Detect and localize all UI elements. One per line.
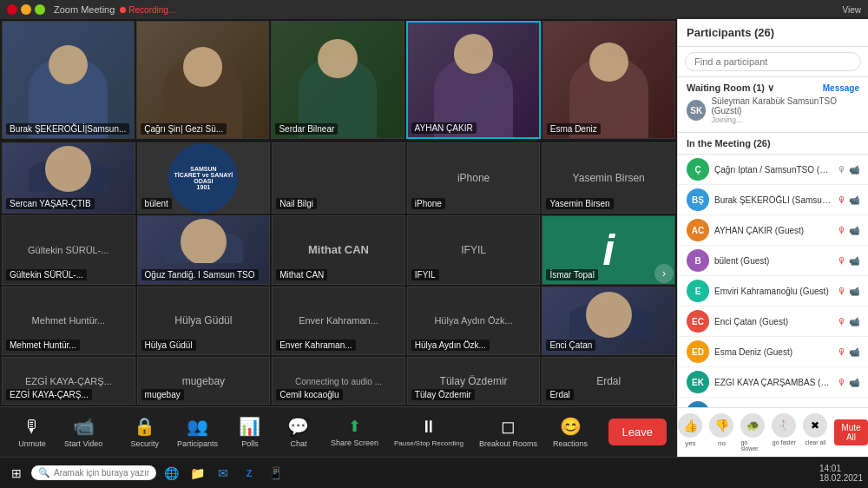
share-screen-button[interactable]: ⬆ Share Screen	[326, 413, 384, 451]
yes-btn[interactable]: 👍 yes	[678, 413, 702, 452]
pause-recording-label: Pause/Stop Recording	[394, 439, 464, 447]
grid-cell-tulay[interactable]: Tülay Özdemir Tülay Özdemir	[407, 357, 541, 405]
toolbar-left: 🎙 Unmute 📹 Start Video	[10, 412, 108, 452]
reactions-label: Reactions	[553, 439, 588, 448]
grid-cell-ifyil[interactable]: IFYIL IFYIL	[407, 215, 541, 285]
breakout-rooms-button[interactable]: ◻ Breakout Rooms	[474, 412, 542, 452]
polls-icon: 📊	[239, 416, 260, 437]
participant-row-0[interactable]: Ç Çağrı İptan / SamsunTSO (Co-host, me) …	[678, 155, 868, 185]
connecting-label: Connecting to audio ...	[295, 377, 382, 386]
search-box	[678, 47, 868, 77]
security-button[interactable]: 🔒 Security	[123, 412, 167, 452]
toolbar-right: Leave	[608, 419, 667, 445]
grid-cell-hulya[interactable]: Hülya Güdül Hülya Güdül	[137, 287, 271, 356]
grid-cell-bulent[interactable]: SAMSUNTİCARET ve SANAYİODASI1901 bülent	[137, 142, 271, 214]
video-label: Start Video	[64, 439, 102, 448]
scroll-right-arrow[interactable]: ›	[654, 264, 674, 283]
taskbar-app-icon[interactable]: 📱	[264, 462, 286, 485]
participant-row-8[interactable]: GS Gültekin SÜRUL-Çarşamba CCİ (Guest) 🎙…	[678, 398, 868, 407]
grid-cell-cemil[interactable]: Connecting to audio ... Cemil kocaoğlu	[272, 357, 405, 405]
grid-cell-enver[interactable]: Enver Kahraman... Enver Kahraman...	[272, 287, 405, 356]
participant-name-6: Esma Deniz (Guest)	[714, 347, 832, 357]
taskbar-search-input[interactable]	[54, 468, 149, 478]
toolbar: 🎙 Unmute 📹 Start Video 🔒 Security 👥 Part…	[0, 406, 677, 457]
panel-actions: 👍 yes 👎 no 🐢 go slower 🐇 go faster ✖ cle…	[678, 407, 868, 457]
taskbar-browser-icon[interactable]: 🌐	[160, 462, 182, 485]
grid-cell-enci[interactable]: Enci Çatan	[542, 287, 675, 356]
grid-cell-mithat[interactable]: Mithat CAN Mithat CAN	[272, 215, 405, 285]
grid-label-muge: mugebay	[141, 389, 184, 400]
top-participant-label-0: Burak ŞEKEROĞLİ|Samsun...	[6, 123, 129, 135]
go-faster-btn[interactable]: 🐇 go faster	[772, 413, 796, 452]
participant-row-7[interactable]: EK EZGİ KAYA ÇARŞAMBAS (Guest) 🎙📹	[678, 367, 868, 398]
top-strip: Burak ŞEKEROĞLİ|Samsun... Çağrı Şin| Gez…	[0, 19, 677, 141]
grid-label-ezgi: EZGİ KAYA-ÇARŞ...	[6, 389, 92, 400]
participant-name-7: EZGİ KAYA ÇARŞAMBAS (Guest)	[714, 378, 832, 387]
waiting-status: Joining...	[711, 115, 859, 124]
grid-cell-iphone[interactable]: iPhone iPhone	[407, 142, 541, 214]
grid-cell-hulya2[interactable]: Hülya Aydın Özk... Hülya Aydın Özk...	[407, 287, 541, 356]
grid-cell-oguz[interactable]: Oğuz Tandiğ. I Samsun TSO	[137, 215, 271, 285]
view-btn[interactable]: View	[843, 5, 862, 15]
participant-name-1: Burak ŞEKEROĞLİ (SamsunTSO-Host)	[714, 195, 832, 205]
video-status-0: 📹	[849, 165, 859, 175]
mute-all-button[interactable]: Mute All	[834, 419, 867, 445]
participant-row-6[interactable]: ED Esma Deniz (Guest) 🎙📹	[678, 337, 868, 367]
grid-cell-sercan[interactable]: Sercan YAŞAR-ÇTIB	[2, 142, 135, 214]
top-cell-4[interactable]: Esma Deniz	[542, 21, 675, 139]
participant-avatar-0: Ç	[687, 158, 709, 181]
right-panel: Participants (26) Waiting Room (1) ∨ Mes…	[677, 19, 868, 457]
reactions-button[interactable]: 😊 Reactions	[548, 412, 593, 452]
top-cell-3[interactable]: AYHAN ÇAKIR	[406, 21, 541, 139]
grid-label-mithat: Mithat CAN	[276, 269, 327, 280]
top-cell-2[interactable]: Serdar Bilnear	[271, 21, 404, 139]
grid-cell-ezgi[interactable]: EZGİ KAYA-ÇARŞ... EZGİ KAYA-ÇARŞ...	[2, 357, 135, 405]
recording-indicator: Recording...	[120, 5, 175, 15]
grid-label-oguz: Oğuz Tandiğ. I Samsun TSO	[141, 269, 259, 280]
top-participant-label-4: Esma Deniz	[547, 123, 601, 135]
main-container: Burak ŞEKEROĞLİ|Samsun... Çağrı Şin| Gez…	[0, 19, 868, 457]
chat-button[interactable]: 💬 Chat	[277, 412, 320, 452]
grid-cell-mehmet[interactable]: Mehmet Huntür... Mehmet Huntür...	[2, 287, 135, 356]
maximize-btn[interactable]	[35, 4, 45, 15]
mic-icon: 🎙	[23, 417, 41, 437]
clear-all-btn[interactable]: ✖ clear all	[803, 413, 827, 452]
taskbar-zoom-icon[interactable]: Z	[238, 462, 260, 485]
breakout-rooms-icon: ◻	[501, 416, 516, 437]
no-btn[interactable]: 👎 no	[709, 413, 733, 452]
message-waiting-button[interactable]: Message	[823, 83, 859, 93]
grid-cell-yasemin[interactable]: Yasemin Birsen Yasemin Birsen	[542, 142, 675, 214]
taskbar-mail-icon[interactable]: ✉	[212, 462, 234, 485]
grid-cell-muge[interactable]: mugebay mugebay	[137, 357, 271, 405]
in-meeting-label: In the Meeting (26)	[687, 138, 771, 148]
grid-label-ismar: İsmar Topal	[546, 269, 598, 280]
participant-row-1[interactable]: BŞ Burak ŞEKEROĞLİ (SamsunTSO-Host) 🎙📹	[678, 185, 868, 215]
minimize-btn[interactable]	[21, 4, 31, 15]
leave-button[interactable]: Leave	[608, 419, 667, 445]
grid-label-cemil: Cemil kocaoğlu	[276, 389, 342, 400]
toolbar-center: 🔒 Security 👥 Participants 📊 Polls 💬 Chat…	[123, 412, 593, 452]
taskbar-windows-icon[interactable]: ⊞	[5, 462, 28, 485]
participants-count: Participants (26)	[687, 26, 774, 39]
participant-search[interactable]	[685, 52, 861, 71]
close-btn[interactable]	[7, 4, 17, 15]
grid-row-3: Mehmet Huntür... Mehmet Huntür... Hülya …	[2, 287, 675, 356]
unmute-button[interactable]: 🎙 Unmute	[10, 413, 54, 452]
breakout-rooms-label: Breakout Rooms	[479, 439, 537, 448]
participant-row-3[interactable]: B bülent (Guest) 🎙📹	[678, 246, 868, 276]
participants-button[interactable]: 👥 Participants	[172, 412, 223, 452]
start-video-button[interactable]: 📹 Start Video	[59, 412, 108, 452]
participant-row-2[interactable]: AC AYHAN ÇAKIR (Guest) 🎙📹	[678, 215, 868, 246]
polls-button[interactable]: 📊 Polls	[228, 412, 272, 452]
participant-row-4[interactable]: E Emviri Kahramanoğlu (Guest) 🎙📹	[678, 276, 868, 307]
top-cell-0[interactable]: Burak ŞEKEROĞLİ|Samsun...	[2, 21, 135, 139]
go-slower-btn[interactable]: 🐢 go slower	[740, 413, 765, 452]
participant-row-5[interactable]: EC Enci Çatan (Guest) 🎙📹	[678, 307, 868, 337]
top-cell-1[interactable]: Çağrı Şin| Gezi Sü...	[136, 21, 269, 139]
grid-cell-erdal[interactable]: Erdal Erdal	[542, 357, 675, 405]
taskbar-file-icon[interactable]: 📁	[186, 462, 208, 485]
pause-recording-button[interactable]: ⏸ Pause/Stop Recording	[389, 413, 469, 451]
grid-cell-nail[interactable]: Nail Bilgi	[272, 142, 405, 214]
security-icon: 🔒	[134, 416, 155, 437]
grid-cell-gultekin[interactable]: Gültekin SÜRÜL-... Gültekin SÜRÜL-...	[2, 215, 135, 285]
